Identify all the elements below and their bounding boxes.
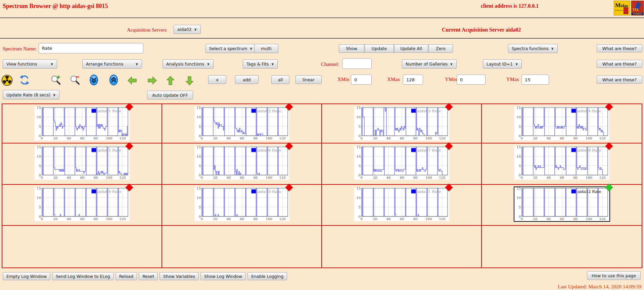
spectrum-plot-aida07[interactable]: 051015020406080100120aida07 Rate [354, 146, 449, 180]
xmin-input[interactable] [351, 75, 372, 85]
update-all-button[interactable]: Update All [394, 44, 428, 53]
spectrum-plot-aida02[interactable]: 051015020406080100120aida02 Rate [194, 107, 289, 140]
ymax-input[interactable] [521, 75, 549, 85]
how-to-use-button[interactable]: How to use this page [587, 271, 641, 280]
show-variables-button[interactable]: Show Variables [159, 272, 199, 280]
x-tick-label: 60 [80, 176, 84, 179]
gallery-chart-aida11[interactable]: 051015020406080100120aida11 Rate [354, 187, 449, 221]
reset-button[interactable]: Reset [139, 272, 158, 280]
gallery-chart-aida01[interactable]: 051015020406080100120aida01 Rate [35, 107, 130, 140]
x-tick-label: 0 [360, 217, 362, 221]
gallery-chart-aida07[interactable]: 051015020406080100120aida07 Rate [354, 146, 449, 180]
gallery-chart-aida08[interactable]: 051015020406080100120aida08 Rate [514, 146, 609, 180]
y-tick-label: 5 [358, 205, 360, 209]
last-updated-text: Last Updated: March 14, 2020 14:09:59 [558, 284, 641, 290]
x-tick-label: 80 [253, 217, 258, 221]
x-button[interactable]: x [208, 75, 226, 84]
x-tick-label: 80 [253, 136, 258, 140]
spectrum-plot-aida05[interactable]: 051015020406080100120aida05 Rate [35, 146, 130, 180]
reload-button[interactable]: Reload [116, 272, 137, 280]
x-tick-label: 20 [53, 136, 57, 140]
what-are-these-button-1[interactable]: What are these? [597, 44, 642, 52]
refresh-icon[interactable] [19, 75, 31, 86]
x-tick-label: 120 [119, 136, 126, 140]
select-spectrum-dropdown[interactable]: Select a spectrum [205, 44, 256, 53]
chevron-down-icon [50, 62, 53, 66]
enable-logging-button[interactable]: Enable Logging [247, 272, 287, 280]
number-of-galleries-dropdown[interactable]: Number of Galleries [402, 59, 457, 69]
analysis-functions-dropdown[interactable]: Analysis functions [163, 59, 214, 69]
gallery-cell-9: 051015020406080100120aida09 Rate [2, 185, 162, 226]
spectrum-plot-aida10[interactable]: 051015020406080100120aida10 Rate [194, 187, 289, 221]
multi-button[interactable]: multi [254, 44, 278, 53]
arrow-left-icon[interactable] [127, 75, 138, 87]
gallery-chart-aida02[interactable]: 051015020406080100120aida02 Rate [194, 107, 289, 140]
update-rate-dropdown[interactable]: Update Rate (8 secs) [3, 90, 59, 99]
spectra-functions-dropdown[interactable]: Spectra functions [508, 44, 558, 53]
show-button[interactable]: Show [339, 44, 364, 53]
client-address: client address is 127.0.0.1 [481, 3, 539, 9]
ymax-label: YMax [506, 77, 519, 82]
gallery-chart-aida06[interactable]: 051015020406080100120aida06 Rate [194, 146, 289, 180]
spectrum-plot-aida04[interactable]: 051015020406080100120aida04 Rate [514, 107, 609, 140]
gallery-chart-aida10[interactable]: 051015020406080100120aida10 Rate [194, 187, 289, 221]
what-are-these-button-3[interactable]: What are these? [597, 76, 642, 84]
arrow-down-icon[interactable] [184, 75, 196, 87]
gallery-chart-aida09[interactable]: 051015020406080100120aida09 Rate [35, 187, 130, 221]
send-log-to-elog-button[interactable]: Send Log Window to ELog [52, 272, 114, 280]
divider [0, 38, 644, 39]
auto-update-button[interactable]: Auto Update OFF [147, 91, 193, 99]
what-are-these-button-2[interactable]: What are these? [597, 60, 642, 68]
legend-label: aida10 Rate [258, 189, 281, 194]
zoom-in-icon[interactable] [50, 75, 61, 86]
midas-logo[interactable]: Midas powered by [614, 1, 630, 15]
tags-fits-dropdown[interactable]: Tags & Fits [243, 59, 278, 69]
spectrum-plot-aida06[interactable]: 051015020406080100120aida06 Rate [194, 146, 289, 180]
gallery-chart-aida03[interactable]: 051015020406080100120aida03 Rate [354, 107, 449, 140]
update-button[interactable]: Update [365, 44, 394, 53]
spectrum-plot-aida01[interactable]: 051015020406080100120aida01 Rate [35, 107, 130, 140]
add-button[interactable]: add [235, 75, 259, 84]
gallery-cell-8: 051015020406080100120aida08 Rate [482, 143, 642, 185]
all-button[interactable]: all [271, 75, 289, 84]
arrow-up-icon[interactable] [165, 75, 177, 87]
x-tick-label: 40 [66, 176, 71, 179]
linear-button[interactable]: linear [295, 75, 322, 84]
spectrum-plot-aida11[interactable]: 051015020406080100120aida11 Rate [354, 187, 449, 221]
spectrum-plot-aida08[interactable]: 051015020406080100120aida08 Rate [514, 146, 609, 180]
x-tick-label: 0 [200, 176, 202, 179]
channel-input[interactable] [342, 58, 372, 69]
expand-y-icon[interactable] [109, 74, 121, 86]
ymin-input[interactable] [457, 75, 486, 85]
spectrum-name-input[interactable] [39, 43, 143, 53]
shrink-y-icon[interactable] [89, 74, 101, 86]
x-tick-label: 120 [599, 136, 605, 140]
gallery-cell-2: 051015020406080100120aida02 Rate [162, 104, 322, 143]
gallery-chart-aida12[interactable]: 051015020406080100120aida12 Rate [514, 187, 609, 221]
layout-id-dropdown[interactable]: Layout ID=1 [483, 59, 522, 69]
gallery-chart-aida05[interactable]: 051015020406080100120aida05 Rate [35, 146, 130, 180]
empty-log-window-button[interactable]: Empty Log Window [3, 272, 50, 280]
legend-label: aida09 Rate [98, 189, 121, 194]
arrange-functions-dropdown[interactable]: Arrange functions [82, 59, 142, 69]
zoom-out-icon[interactable] [69, 75, 81, 86]
tcl-powered-logo[interactable]: TCL POWERED [631, 1, 644, 15]
spectrum-plot-aida03[interactable]: 051015020406080100120aida03 Rate [354, 107, 449, 140]
gallery-chart-aida04[interactable]: 051015020406080100120aida04 Rate [514, 107, 609, 140]
spectrum-plot-aida09[interactable]: 051015020406080100120aida09 Rate [35, 187, 130, 221]
y-tick-label: 15 [196, 107, 201, 110]
zero-button[interactable]: Zero [428, 44, 453, 53]
spectrum-plot-aida12[interactable]: 051015020406080100120aida12 Rate [514, 187, 609, 221]
gallery-cell-6: 051015020406080100120aida06 Rate [162, 143, 322, 185]
arrow-right-icon[interactable] [147, 75, 158, 87]
update-rate-label: Update Rate (8 secs) [6, 92, 50, 97]
x-tick-label: 20 [533, 176, 537, 179]
x-tick-label: 80 [93, 176, 98, 179]
show-log-window-button[interactable]: Show Log Window [200, 272, 246, 280]
layout-id-label: Layout ID=1 [487, 61, 513, 67]
x-tick-label: 40 [226, 217, 231, 221]
view-functions-dropdown[interactable]: View functions [3, 59, 57, 69]
xmax-input[interactable] [403, 75, 423, 85]
radiation-icon[interactable] [1, 75, 13, 86]
acquisition-server-select[interactable]: aida02 [174, 25, 201, 34]
